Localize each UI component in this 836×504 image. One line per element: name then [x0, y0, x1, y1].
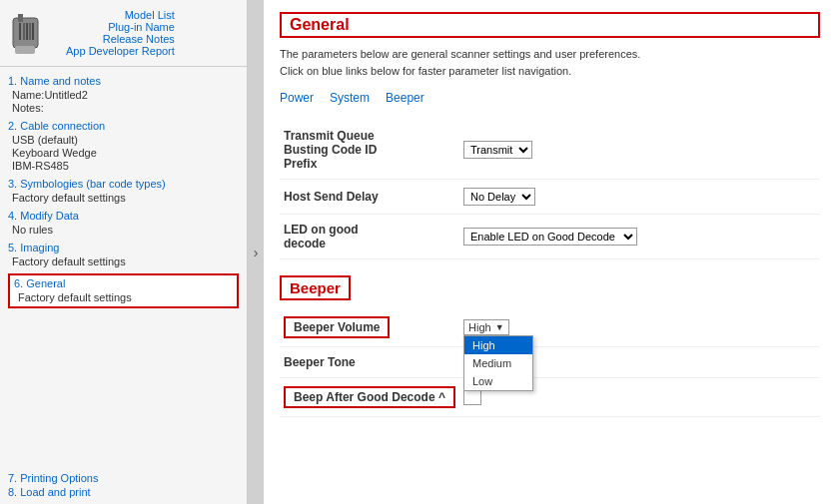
beeper-volume-dropdown: High ▼ High Medium Low	[463, 319, 509, 335]
name-value: Name:Untitled2	[12, 89, 239, 101]
nav-section-name-content: Name:Untitled2 Notes:	[8, 89, 239, 114]
imaging-value: Factory default settings	[12, 255, 239, 267]
transmit-control: Transmit None	[459, 121, 820, 180]
beep-decode-cell: Beep After Good Decode ^	[280, 378, 459, 417]
page-description: The parameters below are general scanner…	[280, 46, 820, 79]
sidebar-item-general[interactable]: 6. General	[14, 277, 233, 289]
sidebar-top: Model List Plug-in Name Release Notes Ap…	[0, 0, 247, 62]
sidebar-item-modify[interactable]: 4. Modify Data	[8, 210, 239, 222]
beeper-volume-label: Beeper Volume	[284, 316, 390, 338]
table-row-beeper-volume: Beeper Volume High ▼ High Medium Low	[280, 308, 820, 347]
nav-section-symbologies-content: Factory default settings	[8, 192, 239, 204]
sidebar-footer: 7. Printing Options 8. Load and print	[0, 468, 247, 504]
main-content: General The parameters below are general…	[264, 0, 836, 504]
sidebar-item-cable[interactable]: 2. Cable connection	[8, 120, 239, 132]
scanner-header: Model List Plug-in Name Release Notes Ap…	[8, 8, 239, 58]
sidebar-nav: 1. Name and notes Name:Untitled2 Notes: …	[0, 71, 247, 468]
page-desc-line1: The parameters below are general scanner…	[280, 48, 640, 60]
plugin-name-link[interactable]: Plug-in Name	[108, 21, 175, 33]
beeper-volume-menu: High Medium Low	[463, 335, 533, 391]
nav-section-symbologies: 3. Symbologies (bar code types) Factory …	[8, 178, 239, 204]
nav-section-general-content: Factory default settings	[14, 291, 233, 303]
transmit-select[interactable]: Transmit None	[463, 141, 532, 159]
quick-link-beeper[interactable]: Beeper	[386, 91, 424, 105]
table-row-led: LED on gooddecode Enable LED on Good Dec…	[280, 215, 820, 259]
led-label: LED on gooddecode	[280, 215, 459, 259]
svg-rect-2	[15, 46, 35, 54]
nav-section-name: 1. Name and notes Name:Untitled2 Notes:	[8, 75, 239, 114]
sidebar-item-name-notes[interactable]: 1. Name and notes	[8, 75, 239, 87]
nav-section-imaging-content: Factory default settings	[8, 255, 239, 267]
sidebar-item-symbologies[interactable]: 3. Symbologies (bar code types)	[8, 178, 239, 190]
notes-value: Notes:	[12, 102, 239, 114]
transmit-label: Transmit QueueBusting Code IDPrefix	[280, 121, 459, 180]
sidebar-item-imaging[interactable]: 5. Imaging	[8, 242, 239, 253]
led-control: Enable LED on Good Decode Disable LED on…	[459, 215, 820, 259]
nav-section-imaging: 5. Imaging Factory default settings	[8, 242, 239, 267]
dropdown-item-high[interactable]: High	[464, 336, 532, 354]
symbologies-value: Factory default settings	[12, 192, 239, 204]
beeper-section: Beeper Beeper Volume High ▼ High	[280, 267, 820, 417]
chevron-down-icon: ▼	[495, 322, 504, 332]
page-title: General	[280, 12, 820, 38]
nav-section-cable-content: USB (default) Keyboard Wedge IBM-RS485	[8, 134, 239, 172]
beeper-volume-control: High ▼ High Medium Low	[459, 308, 820, 347]
nav-section-general: 6. General Factory default settings	[8, 273, 239, 308]
cable-ibm: IBM-RS485	[12, 160, 239, 172]
table-row-transmit: Transmit QueueBusting Code IDPrefix Tran…	[280, 121, 820, 180]
nav-section-modify: 4. Modify Data No rules	[8, 210, 239, 236]
cable-usb: USB (default)	[12, 134, 239, 146]
quick-link-power[interactable]: Power	[280, 91, 314, 105]
beeper-volume-value: High	[468, 321, 491, 333]
dropdown-item-low[interactable]: Low	[464, 372, 532, 390]
beep-decode-label: Beep After Good Decode ^	[284, 386, 455, 408]
nav-section-modify-content: No rules	[8, 224, 239, 236]
beeper-tone-label: Beeper Tone	[280, 347, 459, 378]
beeper-volume-trigger[interactable]: High ▼	[463, 319, 509, 335]
sidebar-divider	[0, 66, 247, 67]
scanner-links: Model List Plug-in Name Release Notes Ap…	[66, 9, 175, 57]
model-list-link[interactable]: Model List	[125, 9, 175, 21]
cable-keyboard: Keyboard Wedge	[12, 147, 239, 159]
table-row-beeper-tone: Beeper Tone	[280, 347, 820, 378]
svg-rect-0	[13, 18, 38, 48]
sidebar-item-load-print[interactable]: 8. Load and print	[8, 486, 239, 498]
sidebar-expand-arrow[interactable]: ›	[248, 0, 264, 504]
host-send-delay-control: No Delay Short Long	[459, 180, 820, 215]
quick-links: Power System Beeper	[280, 91, 820, 105]
page-desc-line2: Click on blue links below for faster par…	[280, 65, 571, 77]
led-select[interactable]: Enable LED on Good Decode Disable LED on…	[463, 228, 637, 246]
sidebar: Model List Plug-in Name Release Notes Ap…	[0, 0, 248, 504]
table-row-beep-decode: Beep After Good Decode ^	[280, 378, 820, 417]
beeper-heading: Beeper	[280, 275, 351, 300]
host-send-delay-label: Host Send Delay	[280, 180, 459, 215]
nav-section-cable: 2. Cable connection USB (default) Keyboa…	[8, 120, 239, 172]
modify-value: No rules	[12, 224, 239, 236]
host-send-delay-select[interactable]: No Delay Short Long	[463, 188, 535, 206]
sidebar-item-printing[interactable]: 7. Printing Options	[8, 472, 239, 484]
quick-link-system[interactable]: System	[330, 91, 370, 105]
svg-rect-1	[18, 14, 23, 22]
scanner-icon	[8, 8, 58, 58]
beeper-volume-cell: Beeper Volume	[280, 308, 459, 347]
general-value: Factory default settings	[18, 291, 233, 303]
table-row-host-send-delay: Host Send Delay No Delay Short Long	[280, 180, 820, 215]
app-developer-report-link[interactable]: App Developer Report	[66, 45, 175, 57]
params-table: Transmit QueueBusting Code IDPrefix Tran…	[280, 121, 820, 259]
dropdown-item-medium[interactable]: Medium	[464, 354, 532, 372]
release-notes-link[interactable]: Release Notes	[103, 33, 175, 45]
beeper-table: Beeper Volume High ▼ High Medium Low	[280, 308, 820, 417]
